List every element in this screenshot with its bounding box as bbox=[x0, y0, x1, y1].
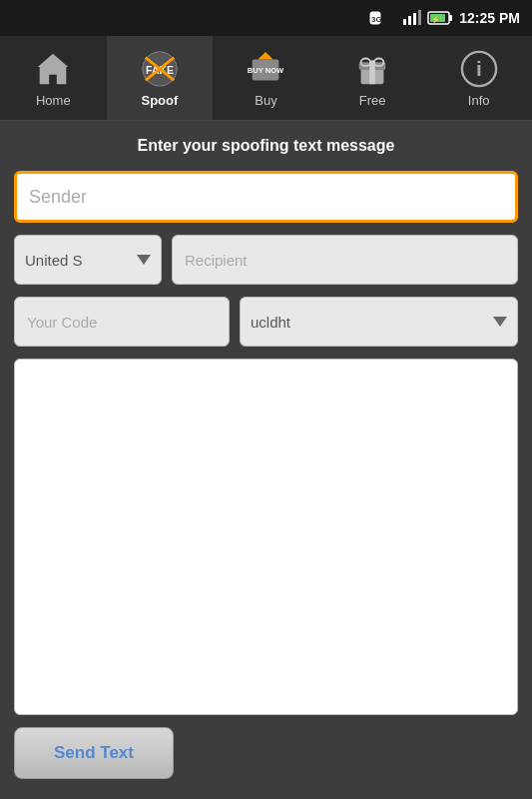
carrier-value: ucldht bbox=[251, 314, 487, 331]
svg-text:i: i bbox=[476, 56, 482, 79]
country-value: United S bbox=[25, 252, 131, 269]
tab-home-label: Home bbox=[36, 93, 71, 108]
home-icon bbox=[33, 49, 73, 89]
carrier-dropdown[interactable]: ucldht bbox=[240, 297, 518, 347]
info-icon: i bbox=[459, 49, 499, 89]
send-button[interactable]: Send Text bbox=[14, 727, 174, 779]
tab-home[interactable]: Home bbox=[0, 36, 107, 120]
status-bar: 3G ⚡ 12:25 PM bbox=[0, 0, 532, 36]
carrier-arrow-icon bbox=[493, 317, 507, 327]
svg-text:⚡: ⚡ bbox=[431, 15, 440, 24]
gift-icon bbox=[352, 49, 392, 89]
svg-marker-10 bbox=[38, 53, 68, 83]
svg-rect-5 bbox=[418, 10, 421, 25]
nav-tabs: Home FAKE Spoof BUY NOW Buy bbox=[0, 36, 532, 121]
country-dropdown[interactable]: United S bbox=[14, 235, 162, 285]
tab-spoof-label: Spoof bbox=[141, 93, 178, 108]
country-arrow-icon bbox=[137, 255, 151, 265]
message-input[interactable] bbox=[14, 359, 518, 715]
country-recipient-row: United S bbox=[14, 235, 518, 285]
svg-rect-4 bbox=[413, 13, 416, 25]
tab-free-label: Free bbox=[359, 93, 386, 108]
sender-input[interactable] bbox=[14, 171, 518, 223]
form-title: Enter your spoofing text message bbox=[14, 137, 518, 155]
signal-icon bbox=[401, 9, 423, 27]
recipient-input[interactable] bbox=[172, 235, 518, 285]
tab-buy[interactable]: BUY NOW Buy bbox=[213, 36, 319, 120]
tab-free[interactable]: Free bbox=[319, 36, 426, 120]
tab-info-label: Info bbox=[468, 93, 490, 108]
battery-icon: ⚡ bbox=[427, 9, 453, 27]
tab-info[interactable]: i Info bbox=[425, 36, 532, 120]
svg-marker-17 bbox=[259, 51, 273, 59]
time-display: 12:25 PM bbox=[459, 10, 520, 26]
tab-buy-label: Buy bbox=[255, 93, 276, 108]
svg-rect-2 bbox=[403, 19, 406, 25]
svg-rect-3 bbox=[408, 16, 411, 25]
main-content: Enter your spoofing text message United … bbox=[0, 121, 532, 799]
status-icons: 3G ⚡ bbox=[369, 9, 453, 27]
spoof-icon: FAKE bbox=[140, 49, 180, 89]
code-carrier-row: ucldht bbox=[14, 297, 518, 347]
tab-spoof[interactable]: FAKE Spoof bbox=[107, 36, 214, 120]
svg-text:BUY NOW: BUY NOW bbox=[248, 65, 284, 74]
svg-rect-7 bbox=[449, 15, 452, 21]
3g-icon: 3G bbox=[369, 9, 397, 27]
svg-text:3G: 3G bbox=[371, 15, 382, 24]
code-input[interactable] bbox=[14, 297, 230, 347]
buy-icon: BUY NOW bbox=[246, 49, 285, 89]
